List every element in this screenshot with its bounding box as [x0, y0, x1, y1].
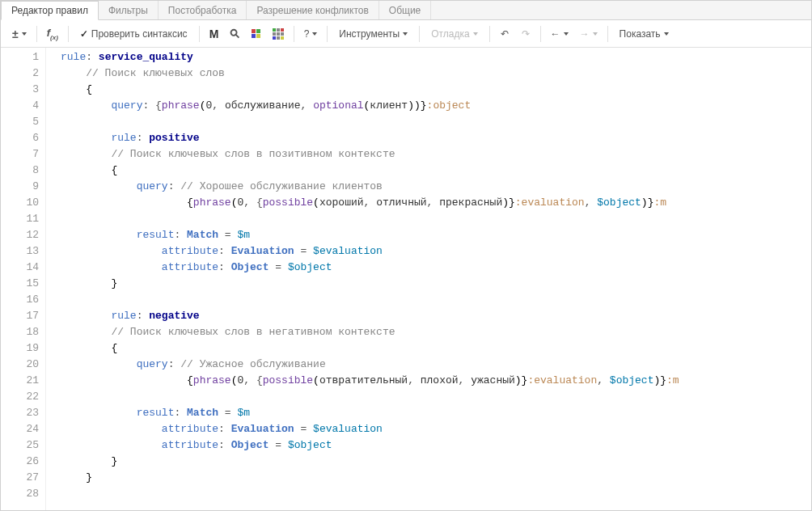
tab-3[interactable]: Разрешение конфликтов: [247, 1, 379, 19]
separator: [607, 26, 608, 42]
line-number: 17: [1, 308, 39, 324]
forward-button[interactable]: →: [575, 24, 603, 44]
undo-icon: ↶: [501, 28, 509, 40]
code-line[interactable]: }: [61, 470, 811, 486]
tab-4[interactable]: Общие: [379, 1, 431, 19]
match-button[interactable]: M: [205, 24, 224, 44]
line-number: 12: [1, 227, 39, 243]
line-number: 1: [1, 49, 39, 65]
show-dropdown[interactable]: Показать: [613, 24, 675, 44]
line-number: 14: [1, 260, 39, 276]
separator: [419, 26, 420, 42]
separator: [327, 26, 328, 42]
fx-button[interactable]: f(x): [42, 24, 63, 44]
code-line[interactable]: result: Match = $m: [61, 227, 811, 243]
code-line[interactable]: [61, 211, 811, 227]
line-number: 8: [1, 163, 39, 179]
separator: [294, 26, 294, 42]
code-line[interactable]: attribute: Object = $object: [61, 260, 811, 276]
code-line[interactable]: }: [61, 454, 811, 470]
line-number: 7: [1, 146, 39, 163]
code-line[interactable]: query: // Хорошее обслуживание клиентов: [61, 179, 811, 195]
line-number: 3: [1, 82, 39, 98]
show-label: Показать: [620, 28, 661, 40]
code-line[interactable]: {phrase(0, {possible(отвратительный, пло…: [61, 373, 811, 389]
line-gutter: 1234567891011121314151617181920212223242…: [1, 48, 46, 511]
line-number: 5: [1, 114, 39, 130]
debug-dropdown[interactable]: Отладка: [425, 24, 484, 44]
code-line[interactable]: query: // Ужасное обслуживание: [61, 357, 811, 373]
palette-icon: [273, 28, 284, 40]
tab-0[interactable]: Редактор правил: [1, 1, 99, 20]
color-table-button[interactable]: [247, 24, 266, 44]
back-icon: ←: [551, 28, 560, 40]
line-number: 28: [1, 486, 39, 502]
line-number: 19: [1, 340, 39, 357]
code-area[interactable]: rule: service_quality // Поиск ключевых …: [46, 48, 811, 511]
line-number: 24: [1, 421, 39, 437]
line-number: 15: [1, 276, 39, 292]
code-line[interactable]: [61, 389, 811, 405]
undo-button[interactable]: ↶: [495, 24, 514, 44]
toolbar: ± f(x) Проверить синтаксис M ? Инструмен…: [1, 20, 811, 48]
code-line[interactable]: [61, 114, 811, 130]
code-line[interactable]: {phrase(0, {possible(хороший, отличный, …: [61, 195, 811, 211]
line-number: 22: [1, 389, 39, 405]
code-line[interactable]: {: [61, 163, 811, 179]
forward-icon: →: [580, 28, 590, 40]
code-line[interactable]: attribute: Object = $object: [61, 437, 811, 454]
line-number: 4: [1, 98, 39, 114]
code-line[interactable]: query: {phrase(0, обслуживание, optional…: [61, 98, 811, 114]
code-line[interactable]: {: [61, 340, 811, 357]
redo-icon: ↷: [522, 28, 530, 40]
tab-1[interactable]: Фильтры: [99, 1, 159, 19]
separator: [540, 26, 541, 42]
back-button[interactable]: ←: [546, 24, 573, 44]
line-number: 26: [1, 454, 39, 470]
separator: [68, 26, 69, 42]
code-line[interactable]: attribute: Evaluation = $evaluation: [61, 421, 811, 437]
line-number: 18: [1, 324, 39, 340]
code-line[interactable]: // Поиск ключевых слов в негативном конт…: [61, 324, 811, 340]
separator: [36, 26, 37, 42]
code-line[interactable]: }: [61, 276, 811, 292]
indent-button[interactable]: ±: [7, 24, 32, 44]
code-line[interactable]: attribute: Evaluation = $evaluation: [61, 243, 811, 260]
redo-button[interactable]: ↷: [516, 24, 535, 44]
code-editor[interactable]: 1234567891011121314151617181920212223242…: [1, 48, 811, 511]
line-number: 16: [1, 292, 39, 308]
line-number: 20: [1, 357, 39, 373]
tools-label: Инструменты: [339, 28, 400, 40]
code-line[interactable]: result: Match = $m: [61, 405, 811, 421]
code-line[interactable]: {: [61, 82, 811, 98]
check-syntax-button[interactable]: Проверить синтаксис: [74, 24, 194, 44]
help-label: ?: [304, 28, 310, 40]
separator: [489, 26, 490, 42]
code-line[interactable]: rule: positive: [61, 130, 811, 146]
code-line[interactable]: [61, 292, 811, 308]
code-line[interactable]: rule: service_quality: [61, 49, 811, 65]
line-number: 10: [1, 195, 39, 211]
debug-label: Отладка: [431, 28, 469, 40]
help-button[interactable]: ?: [299, 24, 323, 44]
find-button[interactable]: [226, 24, 245, 44]
line-number: 2: [1, 65, 39, 82]
line-number: 11: [1, 211, 39, 227]
color-grid-icon: [252, 29, 260, 38]
tab-2[interactable]: Постобработка: [159, 1, 247, 19]
check-syntax-label: Проверить синтаксис: [91, 28, 188, 40]
line-number: 9: [1, 179, 39, 195]
search-icon: [230, 27, 239, 41]
line-number: 21: [1, 373, 39, 389]
code-line[interactable]: // Поиск ключевых слов в позитивном конт…: [61, 146, 811, 163]
code-line[interactable]: rule: negative: [61, 308, 811, 324]
line-number: 13: [1, 243, 39, 260]
line-number: 27: [1, 470, 39, 486]
tools-dropdown[interactable]: Инструменты: [332, 24, 414, 44]
separator: [199, 26, 200, 42]
line-number: 6: [1, 130, 39, 146]
palette-button[interactable]: [268, 24, 289, 44]
line-number: 23: [1, 405, 39, 421]
code-line[interactable]: // Поиск ключевых слов: [61, 65, 811, 82]
code-line[interactable]: [61, 486, 811, 502]
